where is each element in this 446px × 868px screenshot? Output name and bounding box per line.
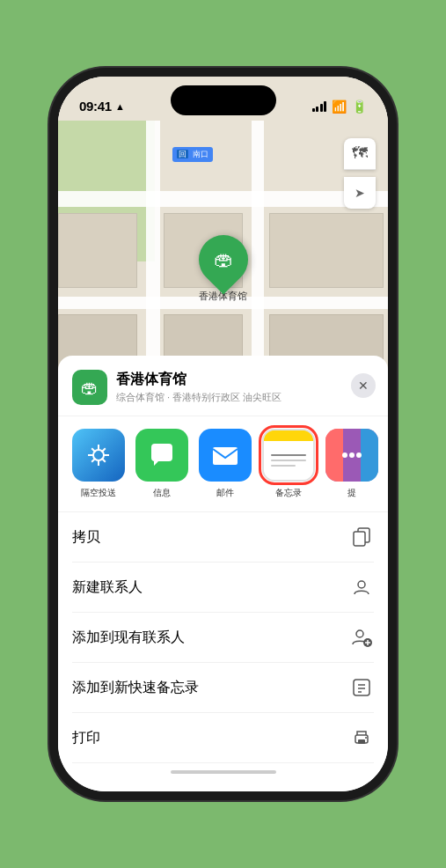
add-quicknote-label: 添加到新快速备忘录 (72, 679, 199, 697)
add-existing-icon (349, 625, 374, 650)
svg-point-11 (365, 737, 367, 739)
location-arrow-icon: ▲ (115, 101, 125, 112)
more-label: 提 (347, 487, 356, 499)
copy-icon (349, 525, 374, 549)
share-messages[interactable]: 信息 (135, 429, 188, 499)
share-notes[interactable]: 备忘录 (262, 429, 315, 499)
airdrop-icon (72, 429, 125, 482)
share-mail[interactable]: 邮件 (199, 429, 252, 499)
svg-rect-8 (354, 680, 369, 695)
svg-rect-3 (354, 532, 365, 546)
sheet-title: 香港体育馆 (116, 371, 281, 389)
building-2 (269, 213, 384, 288)
action-copy[interactable]: 拷贝 (72, 512, 374, 563)
notes-icon (262, 429, 315, 482)
quicknote-icon (349, 675, 374, 700)
map-type-button[interactable]: 🗺 (344, 138, 376, 170)
print-label: 打印 (72, 729, 100, 747)
action-print[interactable]: 打印 (72, 713, 374, 763)
mail-label: 邮件 (216, 487, 234, 499)
action-add-existing[interactable]: 添加到现有联系人 (72, 613, 374, 663)
home-indicator (58, 763, 388, 774)
battery-icon: 🔋 (352, 99, 367, 114)
building-5 (58, 213, 137, 288)
airdrop-label: 隔空投送 (81, 487, 116, 499)
more-icon (325, 429, 378, 482)
sheet-header: 🏟 香港体育馆 综合体育馆 · 香港特别行政区 油尖旺区 ✕ (58, 356, 388, 416)
sheet-subtitle: 综合体育馆 · 香港特别行政区 油尖旺区 (116, 391, 281, 404)
dynamic-island (171, 85, 276, 115)
road-label: 回 南口 (172, 147, 213, 162)
location-button[interactable]: ➤ (344, 177, 376, 209)
bottom-sheet: 🏟 香港体育馆 综合体育馆 · 香港特别行政区 油尖旺区 ✕ (58, 356, 388, 791)
new-contact-label: 新建联系人 (72, 578, 143, 597)
action-add-quicknote[interactable]: 添加到新快速备忘录 (72, 663, 374, 713)
road-h-top (58, 191, 388, 207)
messages-label: 信息 (153, 487, 171, 499)
svg-rect-10 (358, 739, 365, 744)
stadium-marker: 🏟 香港体育馆 (199, 235, 248, 303)
share-row: 隔空投送 信息 邮件 (58, 416, 388, 512)
share-more[interactable]: 提 (325, 429, 378, 499)
phone-frame: 09:41 ▲ 📶 🔋 (58, 77, 388, 791)
svg-point-6 (356, 630, 363, 637)
action-new-contact[interactable]: 新建联系人 (72, 563, 374, 613)
add-existing-label: 添加到现有联系人 (72, 629, 185, 647)
share-airdrop[interactable]: 隔空投送 (72, 429, 125, 499)
copy-label: 拷贝 (72, 528, 100, 547)
marker-pin: 🏟 (188, 224, 258, 294)
new-contact-icon (349, 575, 374, 600)
mail-icon (199, 429, 252, 482)
wifi-icon: 📶 (332, 99, 347, 114)
svg-rect-1 (213, 447, 238, 465)
status-time: 09:41 (79, 99, 112, 114)
venue-icon: 🏟 (72, 370, 107, 405)
notes-label: 备忘录 (275, 487, 302, 499)
messages-icon (135, 429, 188, 482)
map-controls: 🗺 ➤ (344, 138, 376, 209)
stadium-icon: 🏟 (214, 248, 233, 271)
action-list: 拷贝 新建联系人 (58, 512, 388, 763)
status-icons: 📶 🔋 (312, 99, 368, 114)
signal-bars-icon (312, 101, 327, 112)
print-icon (349, 725, 374, 750)
sheet-title-group: 香港体育馆 综合体育馆 · 香港特别行政区 油尖旺区 (116, 371, 281, 404)
close-button[interactable]: ✕ (351, 373, 376, 398)
